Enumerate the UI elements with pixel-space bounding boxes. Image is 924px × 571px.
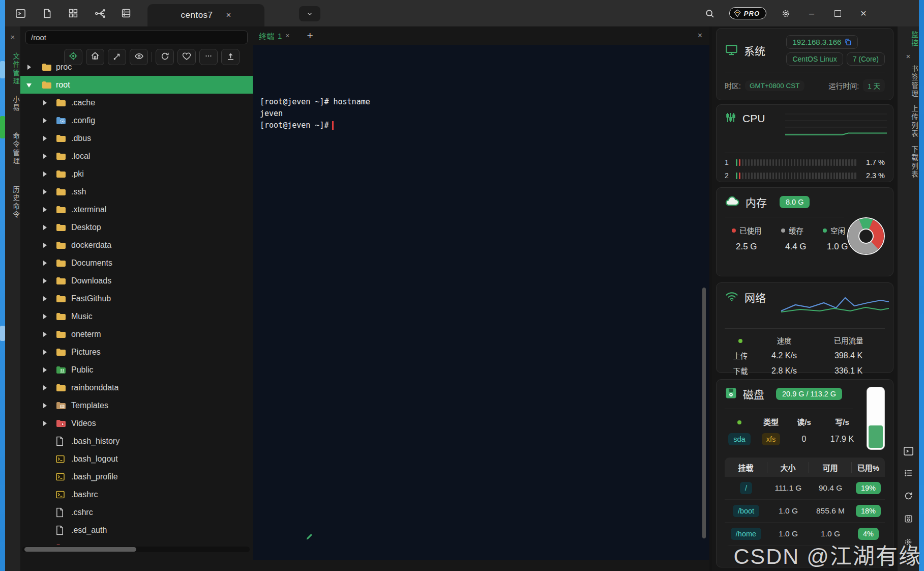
tree-row-.bash_logout[interactable]: .bash_logout	[20, 450, 253, 468]
list-icon[interactable]	[898, 468, 919, 478]
tree-row-.bash_profile[interactable]: .bash_profile	[20, 468, 253, 486]
terminal-tab[interactable]: 终端 1 ×	[259, 31, 290, 41]
pro-badge[interactable]: PRO	[729, 7, 766, 19]
tree-row-.cshrc[interactable]: .cshrc	[20, 503, 253, 521]
tree-row-partial[interactable]	[20, 539, 253, 545]
horizontal-scrollbar-thumb[interactable]	[24, 547, 136, 552]
titlebar-left-icons	[13, 0, 160, 26]
expander-collapsed-icon[interactable]	[27, 65, 31, 70]
terminal-tab-close-icon[interactable]: ×	[285, 32, 289, 40]
tick	[779, 159, 780, 166]
tree-row-.pki[interactable]: .pki	[20, 165, 253, 183]
expander-collapsed-icon[interactable]	[43, 189, 47, 194]
apps-grid-icon[interactable]	[66, 6, 80, 20]
expander-collapsed-icon[interactable]	[43, 314, 47, 319]
tree-row-.bash_history[interactable]: .bash_history	[20, 432, 253, 450]
tree-row-Documents[interactable]: Documents	[20, 254, 253, 272]
right-sidebar-item-4[interactable]: 下载列表	[898, 146, 919, 179]
tab-list-chevron-button[interactable]	[299, 6, 320, 21]
legend-label: 空闲	[830, 225, 845, 236]
expander-collapsed-icon[interactable]	[43, 350, 47, 355]
tree-row-.bashrc[interactable]: .bashrc	[20, 486, 253, 503]
edit-pencil-icon[interactable]	[259, 521, 314, 556]
tree-row-.local[interactable]: .local	[20, 147, 253, 165]
terminal-panel-close-icon[interactable]: ×	[698, 31, 702, 40]
expander-collapsed-icon[interactable]	[43, 421, 47, 426]
session-tab[interactable]: centos7 ×	[147, 4, 264, 26]
sidebar-item-3[interactable]: 命令管理	[5, 121, 20, 177]
expander-collapsed-icon[interactable]	[43, 367, 47, 373]
minimize-button[interactable]: –	[805, 8, 818, 19]
ip-address-badge[interactable]: 192.168.3.166	[786, 35, 858, 49]
terminal-screen[interactable]: [root@jeven ~]# hostnamejeven[root@jeven…	[253, 45, 709, 560]
tree-row-proc[interactable]: proc	[20, 58, 253, 76]
tick	[785, 173, 786, 179]
tree-item-label: dockerdata	[71, 241, 111, 250]
right-sidebar-close-icon[interactable]: ×	[898, 52, 919, 61]
tree-row-.esd_auth[interactable]: .esd_auth	[20, 521, 253, 539]
expander-collapsed-icon[interactable]	[43, 172, 47, 177]
search-icon[interactable]	[703, 6, 717, 20]
expander-collapsed-icon[interactable]	[43, 154, 47, 159]
network-row-label: 下载	[725, 365, 756, 376]
tree-row-root[interactable]: root	[20, 76, 253, 94]
right-sidebar-item-2[interactable]: 书签管理	[898, 65, 919, 99]
tree-row-Videos[interactable]: Videos	[20, 414, 253, 432]
tree-row-Music[interactable]: Music	[20, 307, 253, 325]
close-button[interactable]: ×	[857, 7, 870, 19]
tree-row-FastGithub[interactable]: FastGithub	[20, 290, 253, 307]
remote-session-icon[interactable]	[93, 6, 107, 20]
tree-row-Templates[interactable]: Templates	[20, 396, 253, 414]
tick	[776, 173, 777, 179]
expander-collapsed-icon[interactable]	[43, 100, 47, 105]
new-file-icon[interactable]	[40, 6, 54, 20]
tree-row-Downloads[interactable]: Downloads	[20, 272, 253, 290]
expander-collapsed-icon[interactable]	[43, 278, 47, 283]
tree-row-.ssh[interactable]: .ssh	[20, 183, 253, 201]
tree-row-Desktop[interactable]: Desktop	[20, 218, 253, 236]
folder-icon	[56, 277, 66, 285]
expander-collapsed-icon[interactable]	[43, 403, 47, 408]
expander-collapsed-icon[interactable]	[43, 118, 47, 123]
maximize-button[interactable]	[830, 6, 845, 20]
memory-value: 2.5 G	[736, 242, 785, 252]
tree-row-rainbonddata[interactable]: rainbonddata	[20, 379, 253, 396]
horizontal-scrollbar[interactable]	[22, 547, 250, 552]
folder-icon	[56, 223, 66, 232]
disk-table-header: 已用%	[852, 462, 885, 473]
terminal-scrollbar-thumb[interactable]	[702, 288, 706, 538]
expander-expanded-icon[interactable]	[26, 83, 32, 88]
path-input[interactable]	[25, 31, 248, 44]
terminal-icon[interactable]	[898, 445, 919, 457]
expander-collapsed-icon[interactable]	[43, 225, 47, 230]
tree-row-.config[interactable]: .config	[20, 111, 253, 129]
expander-collapsed-icon[interactable]	[43, 296, 47, 301]
legend-dot	[823, 229, 827, 233]
refresh-icon[interactable]	[898, 491, 919, 501]
right-sidebar-item-3[interactable]: 上传列表	[898, 105, 919, 138]
tree-row-.dbus[interactable]: .dbus	[20, 129, 253, 147]
new-terminal-button[interactable]: +	[307, 30, 313, 42]
expander-collapsed-icon[interactable]	[43, 332, 47, 337]
sidebar-item-4[interactable]: 历史命令	[5, 172, 20, 233]
tree-row-Pictures[interactable]: Pictures	[20, 343, 253, 361]
mount-cell: /	[725, 482, 767, 494]
server-list-icon[interactable]	[119, 6, 133, 20]
settings-gear-icon[interactable]	[779, 6, 793, 20]
tree-row-.xterminal[interactable]: .xterminal	[20, 201, 253, 218]
expander-collapsed-icon[interactable]	[43, 136, 47, 141]
tree-row-Public[interactable]: Public	[20, 361, 253, 379]
tree-row-dockerdata[interactable]: dockerdata	[20, 236, 253, 254]
tree-row-oneterm[interactable]: oneterm	[20, 325, 253, 343]
expander-collapsed-icon[interactable]	[43, 261, 47, 266]
save-icon[interactable]	[898, 514, 919, 524]
expander-collapsed-icon[interactable]	[43, 207, 47, 212]
terminal-icon[interactable]	[13, 6, 27, 20]
sidebar-item-2[interactable]: 小易	[5, 89, 20, 119]
session-tab-close-icon[interactable]: ×	[226, 10, 231, 20]
expander-collapsed-icon[interactable]	[43, 243, 47, 248]
cpu-core-row-2: 22.3 %	[725, 172, 885, 180]
expander-collapsed-icon[interactable]	[43, 385, 47, 390]
tree-row-.cache[interactable]: .cache	[20, 94, 253, 111]
right-sidebar-item-1[interactable]: 监控	[898, 28, 919, 50]
